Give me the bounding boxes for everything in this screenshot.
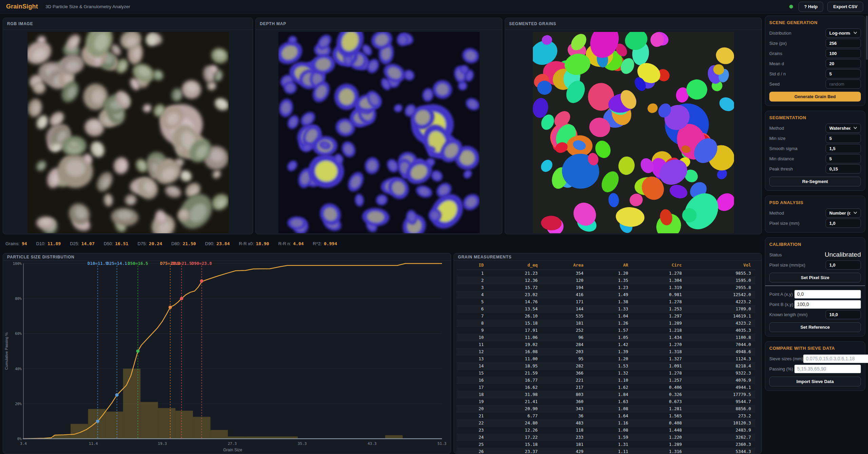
table-cell: 0.408: [632, 419, 686, 426]
sidebar-section-title: CALIBRATION: [769, 242, 861, 247]
known-length-mm-input[interactable]: [826, 310, 861, 319]
stat-value: 4.04: [293, 241, 304, 246]
table-row[interactable]: 1119.022841.421.2707044.0: [457, 341, 755, 348]
table-cell: 4223.2: [686, 298, 755, 305]
status-label: Status: [769, 252, 782, 257]
point-b-x-y-input[interactable]: [794, 300, 861, 309]
table-cell: 360: [542, 398, 587, 405]
table-cell: 36: [542, 412, 587, 419]
table-cell: 16.62: [488, 384, 542, 391]
export-csv-button[interactable]: Export CSV: [827, 2, 863, 12]
std-d-n-input[interactable]: [826, 69, 861, 78]
table-cell: 1.289: [632, 441, 686, 448]
table-cell: 181: [542, 441, 587, 448]
table-cell: 16.77: [488, 377, 542, 384]
table-cell: 1.218: [632, 327, 686, 334]
sieve-sizes-mm-input[interactable]: [803, 355, 868, 363]
grains-input[interactable]: [826, 49, 861, 58]
rgb-image[interactable]: [27, 32, 229, 233]
table-cell: 1.448: [632, 426, 686, 434]
table-row[interactable]: 423.024161.490.98112542.0: [457, 291, 755, 298]
table-row[interactable]: 2417.222331.591.2203262.7: [457, 434, 755, 441]
stat-value: 18.90: [256, 241, 269, 246]
pixel-size-mm-px-input[interactable]: [826, 260, 861, 270]
set-pixel-size-button[interactable]: Set Pixel Size: [769, 273, 861, 283]
marker-label-d25: D25=14.1: [107, 261, 127, 266]
table-row[interactable]: 1831.988031.840.32617779.5: [457, 391, 755, 398]
table-cell: 14: [457, 362, 488, 369]
table-cell: 16: [457, 377, 488, 384]
table-row[interactable]: 1521.593661.321.2789322.3: [457, 369, 755, 377]
table-cell: 1.57: [587, 327, 632, 334]
table-cell: 1.434: [632, 334, 686, 341]
marker-dot-d90: [200, 279, 204, 283]
field-row-known-length-mm: Known length (mm): [769, 309, 861, 320]
table-row[interactable]: 1311.00951.201.3271124.3: [457, 355, 755, 362]
sidebar-section-title: COMPARE WITH SIEVE DATA: [769, 346, 861, 351]
mean-d-input[interactable]: [826, 59, 861, 68]
table-header-row: IDd_eqAreaARCircVol: [457, 261, 755, 270]
point-a-x-y-input[interactable]: [794, 290, 861, 298]
table-row[interactable]: 212.361201.351.3041595.0: [457, 277, 755, 284]
table-cell: 4035.3: [686, 327, 755, 334]
histogram-bar: [105, 412, 123, 439]
seed-input[interactable]: [826, 79, 861, 89]
table-cell: 19.02: [488, 341, 542, 348]
table-row[interactable]: 514.761711.381.2784223.2: [457, 298, 755, 305]
table-cell: 12542.0: [686, 291, 755, 298]
table-cell: 15.18: [488, 441, 542, 448]
table-row[interactable]: 2224.804831.160.40810120.3: [457, 419, 755, 426]
sidebar-scrollbar[interactable]: [866, 16, 868, 60]
distribution-select[interactable]: Log-normal: [826, 29, 861, 38]
table-row[interactable]: 1716.622171.620.4064944.1: [457, 384, 755, 391]
table-cell: 19: [457, 398, 488, 405]
passing-label: Passing (%): [769, 366, 793, 371]
table-row[interactable]: 1616.772211.101.2574076.9: [457, 377, 755, 384]
table-cell: 1.270: [632, 341, 686, 348]
table-cell: 1.39: [587, 348, 632, 355]
table-cell: 2483.9: [686, 426, 755, 434]
table-cell: 1.278: [632, 369, 686, 377]
stat-d10: D10:11.89: [36, 241, 61, 246]
svg-text:19.3: 19.3: [158, 441, 167, 446]
svg-text:0%: 0%: [17, 437, 22, 441]
table-row[interactable]: 1921.413601.630.6739544.7: [457, 398, 755, 405]
cumulative-curve: [23, 264, 442, 439]
table-cell: 18.95: [488, 362, 542, 369]
passing-input[interactable]: [794, 365, 861, 373]
table-row[interactable]: 815.181811.261.2894323.2: [457, 320, 755, 327]
table-cell: 1.281: [632, 405, 686, 412]
depth-map-image[interactable]: [278, 32, 480, 233]
table-row[interactable]: 613.541441.331.2531709.0: [457, 305, 755, 312]
table-row[interactable]: 315.721941.231.3192955.8: [457, 284, 755, 291]
import-sieve-data-button[interactable]: Import Sieve Data: [769, 377, 861, 386]
set-reference-button[interactable]: Set Reference: [769, 322, 861, 332]
min-distance-input[interactable]: [826, 154, 861, 163]
peak-thresh-input[interactable]: [826, 164, 861, 174]
table-row[interactable]: 917.912521.571.2184035.3: [457, 327, 755, 334]
size-px-input[interactable]: [826, 39, 861, 48]
table-row[interactable]: 216.77361.641.565273.2: [457, 412, 755, 419]
method-select[interactable]: Watershed: [826, 124, 861, 133]
table-cell: 5344.3: [686, 448, 755, 454]
table-row[interactable]: 1216.082031.391.3184948.6: [457, 348, 755, 355]
table-row[interactable]: 1011.06961.051.4341100.8: [457, 334, 755, 341]
table-row[interactable]: 1418.952821.531.0918218.4: [457, 362, 755, 369]
table-row[interactable]: 2515.181811.311.2892360.3: [457, 441, 755, 448]
table-cell: 96: [542, 334, 587, 341]
table-row[interactable]: 2623.374291.111.3165344.3: [457, 448, 755, 454]
re-segment-button[interactable]: Re-Segment: [769, 177, 861, 186]
table-row[interactable]: 121.233541.201.2789855.3: [457, 270, 755, 277]
min-size-input[interactable]: [826, 134, 861, 143]
method-select[interactable]: Number (count): [826, 208, 861, 218]
pixel-size-mm-input[interactable]: [826, 219, 861, 228]
table-row[interactable]: 2312.261181.081.4482483.9: [457, 426, 755, 434]
table-row[interactable]: 726.105351.041.29714619.1: [457, 312, 755, 320]
help-button[interactable]: ? Help: [798, 2, 824, 12]
generate-grain-bed-button[interactable]: Generate Grain Bed: [769, 92, 861, 102]
settings-sidebar: SCENE GENERATIONDistributionLog-normalSi…: [765, 16, 865, 453]
table-cell: 252: [542, 327, 587, 334]
smooth-sigma-input[interactable]: [826, 144, 861, 153]
segmented-grains-image[interactable]: [533, 32, 734, 233]
table-row[interactable]: 2020.903431.081.2818856.0: [457, 405, 755, 412]
